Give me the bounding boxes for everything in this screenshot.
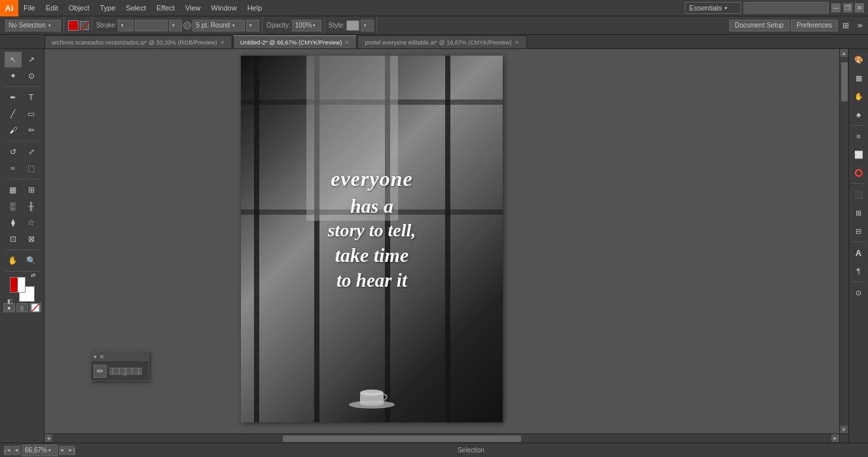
layers-panel-btn[interactable]: ⊙ bbox=[851, 285, 867, 301]
paintbrush-tool-btn[interactable]: 🖌 bbox=[5, 122, 22, 138]
appearance-panel-btn[interactable]: ⬜ bbox=[851, 147, 867, 162]
close-button[interactable]: ✕ bbox=[855, 3, 864, 12]
solid-fill-btn[interactable]: ■ bbox=[3, 303, 15, 312]
menu-window[interactable]: Window bbox=[206, 2, 242, 14]
float-panel-header: ▾ ✕ bbox=[91, 352, 149, 362]
eyedropper-tool-btn[interactable]: ╫ bbox=[23, 198, 40, 214]
slice-tool-btn[interactable]: ⊠ bbox=[23, 231, 40, 247]
gradient-tool-btn[interactable]: ▒ bbox=[5, 198, 22, 214]
float-panel: ▾ ✕ ✏ 0 bbox=[90, 351, 149, 381]
canvas-area[interactable]: everyone has a story to tell, take time … bbox=[45, 49, 839, 433]
selection-tool-btn[interactable]: ↖ bbox=[5, 52, 22, 67]
free-transform-btn[interactable]: ⬚ bbox=[23, 160, 40, 176]
menu-select[interactable]: Select bbox=[120, 2, 151, 14]
no-fill-btn[interactable] bbox=[29, 303, 41, 312]
arrange-icon[interactable]: ⊞ bbox=[839, 20, 852, 31]
tab-0-label: archivos scaneados vectorizados.ai* @ 33… bbox=[52, 39, 217, 46]
warp-tool-btn[interactable]: ≈ bbox=[5, 160, 22, 176]
hand-tool-btn[interactable]: ✋ bbox=[5, 253, 22, 268]
stroke-swatch[interactable] bbox=[80, 21, 89, 30]
float-panel-close-btn[interactable]: ✕ bbox=[99, 354, 105, 360]
style-dropdown[interactable]: ▾ bbox=[361, 20, 374, 31]
stroke-type-dropdown[interactable]: ▾ bbox=[169, 20, 182, 31]
zoom-last-btn[interactable]: ►| bbox=[67, 446, 75, 455]
pathfinder-panel-btn[interactable]: ⊟ bbox=[851, 223, 867, 239]
menu-effect[interactable]: Effect bbox=[151, 2, 180, 14]
brush-dropdown[interactable]: 5 pt. Round ▾ bbox=[192, 20, 245, 31]
blend-tool-btn[interactable]: ⧫ bbox=[5, 215, 22, 230]
brush-options-dropdown[interactable]: ▾ bbox=[246, 20, 259, 31]
brushes-panel-btn[interactable]: ✋ bbox=[851, 88, 867, 104]
scroll-down-btn[interactable]: ▼ bbox=[840, 426, 848, 433]
tab-0-close[interactable]: ✕ bbox=[220, 39, 225, 46]
fill-color-box[interactable] bbox=[10, 277, 26, 293]
symbols-panel-btn[interactable]: ♣ bbox=[851, 107, 867, 122]
search-input[interactable] bbox=[744, 2, 829, 14]
direct-selection-tool-btn[interactable]: ↗ bbox=[23, 52, 40, 67]
menu-help[interactable]: Help bbox=[242, 2, 268, 14]
scroll-right-btn[interactable]: ► bbox=[831, 434, 839, 442]
float-panel-collapse-btn[interactable]: ▾ bbox=[94, 354, 97, 360]
rectangle-tool-btn[interactable]: ▭ bbox=[23, 106, 40, 122]
transform-panel-btn[interactable]: ⬛ bbox=[851, 187, 867, 202]
menu-view[interactable]: View bbox=[180, 2, 206, 14]
zoom-tool-btn[interactable]: 🔍 bbox=[23, 253, 40, 268]
swap-colors-icon[interactable]: ⇄ bbox=[31, 272, 36, 278]
zoom-first-btn[interactable]: |◄ bbox=[4, 446, 12, 455]
paragraph-panel-btn[interactable]: ¶ bbox=[851, 263, 867, 279]
align-panel-btn[interactable]: ⊞ bbox=[851, 205, 867, 221]
type-tool-btn[interactable]: T bbox=[23, 90, 40, 105]
horizontal-scrollbar[interactable]: ◄ ► bbox=[45, 433, 839, 443]
menu-edit[interactable]: Edit bbox=[41, 2, 63, 14]
tab-1[interactable]: Untitled-2* @ 66,67% (CMYK/Preview) ✕ bbox=[233, 35, 357, 48]
magic-wand-tool-btn[interactable]: ✦ bbox=[5, 68, 22, 84]
rotate-tool-btn[interactable]: ↺ bbox=[5, 144, 22, 160]
tab-2-close[interactable]: ✕ bbox=[515, 39, 520, 46]
menu-type[interactable]: Type bbox=[95, 2, 121, 14]
character-panel-btn[interactable]: A bbox=[851, 245, 867, 261]
menu-object[interactable]: Object bbox=[63, 2, 95, 14]
workspace-dropdown[interactable]: Essentials ▾ bbox=[685, 2, 741, 14]
stroke-value-btn[interactable] bbox=[135, 20, 168, 31]
quote-line-2: has a bbox=[350, 195, 393, 217]
pencil-tool-btn[interactable]: ✏ bbox=[23, 122, 40, 138]
zoom-next-btn[interactable]: ► bbox=[59, 446, 67, 455]
toolbar-divider-1 bbox=[5, 86, 39, 87]
mesh-tool-btn[interactable]: ⊞ bbox=[23, 182, 40, 198]
stroke-panel-btn[interactable]: ≡ bbox=[851, 128, 867, 144]
scroll-thumb-v[interactable] bbox=[841, 62, 848, 101]
swatches-panel-btn[interactable]: ▦ bbox=[851, 70, 867, 86]
default-colors-icon[interactable]: ◧ bbox=[7, 298, 13, 304]
graphic-styles-panel-btn[interactable]: ⭕ bbox=[851, 165, 867, 181]
stroke-dropdown[interactable]: ▾ bbox=[118, 20, 134, 31]
lasso-tool-btn[interactable]: ⊙ bbox=[23, 68, 40, 84]
tab-2[interactable]: postel everyone editable.ai* @ 16,67% (C… bbox=[357, 35, 526, 48]
panel-options-btn[interactable]: ≫ bbox=[854, 20, 865, 31]
scroll-up-btn[interactable]: ▲ bbox=[840, 49, 848, 57]
document-setup-button[interactable]: Document Setup bbox=[729, 20, 790, 31]
artboard-tool-btn[interactable]: ⊡ bbox=[5, 231, 22, 247]
preferences-button[interactable]: Preferences bbox=[791, 20, 838, 31]
scroll-left-btn[interactable]: ◄ bbox=[45, 434, 52, 442]
pen-tool-btn[interactable]: ✒ bbox=[5, 90, 22, 105]
vertical-scrollbar[interactable]: ▲ ▼ bbox=[839, 49, 848, 433]
selection-dropdown[interactable]: No Selection ▾ bbox=[5, 20, 61, 31]
selection-label: No Selection bbox=[9, 22, 46, 29]
scale-tool-btn[interactable]: ⤢ bbox=[23, 144, 40, 160]
scroll-thumb-h[interactable] bbox=[283, 435, 521, 442]
menu-file[interactable]: File bbox=[18, 2, 41, 14]
style-swatch[interactable] bbox=[346, 20, 359, 31]
graph-tool-btn[interactable]: ▦ bbox=[5, 182, 22, 198]
symbol-tool-btn[interactable]: ☆ bbox=[23, 215, 40, 230]
fill-swatch[interactable] bbox=[68, 20, 79, 31]
tab-0[interactable]: archivos scaneados vectorizados.ai* @ 33… bbox=[45, 35, 232, 48]
color-panel-btn[interactable]: 🎨 bbox=[851, 52, 867, 67]
opacity-dropdown[interactable]: 100% ▾ bbox=[292, 20, 321, 31]
zoom-prev-btn[interactable]: ◄ bbox=[12, 446, 20, 455]
minimize-button[interactable]: — bbox=[831, 3, 841, 12]
line-tool-btn[interactable]: ╱ bbox=[5, 106, 22, 122]
gradient-fill-btn[interactable]: ▒ bbox=[16, 303, 28, 312]
restore-button[interactable]: ❐ bbox=[843, 3, 852, 12]
zoom-dropdown[interactable]: 66,67% ▾ bbox=[22, 445, 58, 456]
tab-1-close[interactable]: ✕ bbox=[344, 39, 350, 46]
